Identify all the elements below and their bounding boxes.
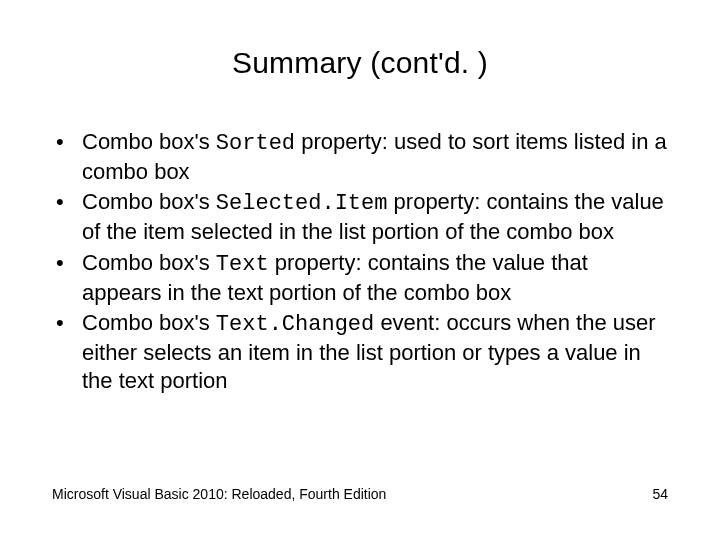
slide-number: 54 bbox=[652, 486, 668, 502]
slide-body: Combo box's Sorted property: used to sor… bbox=[52, 128, 668, 397]
bullet-item: Combo box's Text.Changed event: occurs w… bbox=[52, 309, 668, 395]
bullet-item: Combo box's Selected.Item property: cont… bbox=[52, 188, 668, 246]
bullet-text-pre: Combo box's bbox=[82, 250, 216, 275]
bullet-text-pre: Combo box's bbox=[82, 189, 216, 214]
bullet-code: Selected.Item bbox=[216, 191, 388, 216]
footer-source: Microsoft Visual Basic 2010: Reloaded, F… bbox=[52, 486, 386, 502]
bullet-text-pre: Combo box's bbox=[82, 310, 216, 335]
slide-title: Summary (cont'd. ) bbox=[0, 0, 720, 80]
bullet-text-pre: Combo box's bbox=[82, 129, 216, 154]
slide: Summary (cont'd. ) Combo box's Sorted pr… bbox=[0, 0, 720, 540]
bullet-code: Text.Changed bbox=[216, 312, 374, 337]
bullet-code: Text bbox=[216, 252, 269, 277]
bullet-item: Combo box's Text property: contains the … bbox=[52, 249, 668, 307]
bullet-list: Combo box's Sorted property: used to sor… bbox=[52, 128, 668, 395]
bullet-code: Sorted bbox=[216, 131, 295, 156]
bullet-item: Combo box's Sorted property: used to sor… bbox=[52, 128, 668, 186]
